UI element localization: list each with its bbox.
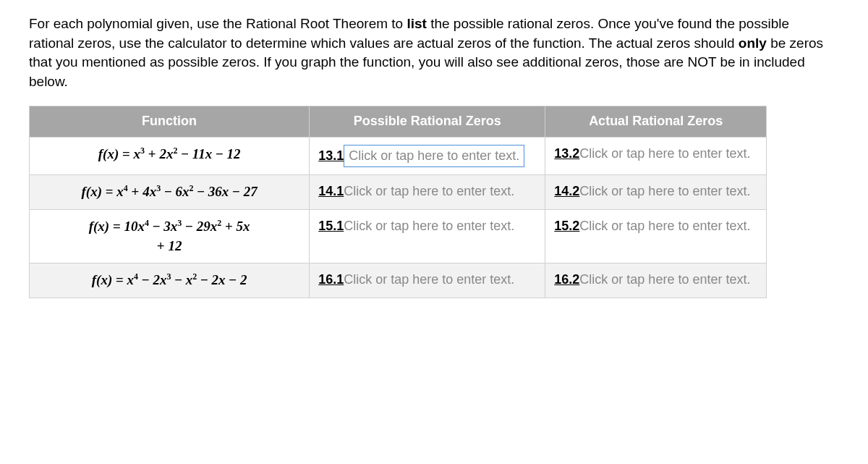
text-input-placeholder[interactable]: Click or tap here to enter text. xyxy=(579,146,750,161)
text-input-placeholder[interactable]: Click or tap here to enter text. xyxy=(579,219,750,233)
cell-label: 13.1 xyxy=(318,148,344,163)
instructions-part1: For each polynomial given, use the Ratio… xyxy=(29,16,407,31)
cell-label: 16.2 xyxy=(554,272,579,287)
table-row: f(x) = 10x4 − 3x3 − 29x2 + 5x+ 1215.1Cli… xyxy=(30,209,767,263)
cell-label: 16.1 xyxy=(318,272,344,287)
text-input-placeholder[interactable]: Click or tap here to enter text. xyxy=(579,184,750,198)
cell-label: 15.2 xyxy=(554,219,579,233)
function-cell: f(x) = x4 − 2x3 − x2 − 2x − 2 xyxy=(30,263,310,298)
text-input-placeholder[interactable]: Click or tap here to enter text. xyxy=(579,272,750,287)
polynomial-table: Function Possible Rational Zeros Actual … xyxy=(29,106,767,298)
text-input-placeholder[interactable]: Click or tap here to enter text. xyxy=(344,272,514,287)
possible-zeros-cell[interactable]: 14.1Click or tap here to enter text. xyxy=(310,174,545,209)
cell-label: 13.2 xyxy=(554,146,579,161)
function-cell: f(x) = x4 + 4x3 − 6x2 − 36x − 27 xyxy=(30,174,310,209)
text-input-placeholder[interactable]: Click or tap here to enter text. xyxy=(344,219,514,233)
cell-label: 15.1 xyxy=(318,219,344,233)
table-row: f(x) = x4 + 4x3 − 6x2 − 36x − 2714.1Clic… xyxy=(30,174,767,209)
actual-zeros-cell[interactable]: 13.2Click or tap here to enter text. xyxy=(545,137,767,174)
possible-zeros-cell[interactable]: 16.1Click or tap here to enter text. xyxy=(310,263,545,298)
possible-zeros-cell[interactable]: 15.1Click or tap here to enter text. xyxy=(310,209,545,263)
function-cell: f(x) = 10x4 − 3x3 − 29x2 + 5x+ 12 xyxy=(30,209,310,263)
instructions-text: For each polynomial given, use the Ratio… xyxy=(29,14,825,91)
actual-zeros-cell[interactable]: 16.2Click or tap here to enter text. xyxy=(545,263,767,298)
actual-zeros-cell[interactable]: 15.2Click or tap here to enter text. xyxy=(545,209,767,263)
text-input-active[interactable]: Click or tap here to enter text. xyxy=(344,145,524,167)
header-possible: Possible Rational Zeros xyxy=(310,106,545,137)
possible-zeros-cell[interactable]: 13.1Click or tap here to enter text. xyxy=(310,137,545,174)
instructions-bold1: list xyxy=(407,16,426,31)
header-actual: Actual Rational Zeros xyxy=(545,106,767,137)
cell-label: 14.1 xyxy=(318,184,344,198)
cell-label: 14.2 xyxy=(554,184,579,198)
text-input-placeholder[interactable]: Click or tap here to enter text. xyxy=(344,184,514,198)
actual-zeros-cell[interactable]: 14.2Click or tap here to enter text. xyxy=(545,174,767,209)
table-row: f(x) = x3 + 2x2 − 11x − 1213.1Click or t… xyxy=(30,137,767,174)
function-cell: f(x) = x3 + 2x2 − 11x − 12 xyxy=(30,137,310,174)
instructions-bold2: only xyxy=(739,35,767,51)
header-function: Function xyxy=(30,106,310,137)
table-row: f(x) = x4 − 2x3 − x2 − 2x − 216.1Click o… xyxy=(30,263,767,298)
